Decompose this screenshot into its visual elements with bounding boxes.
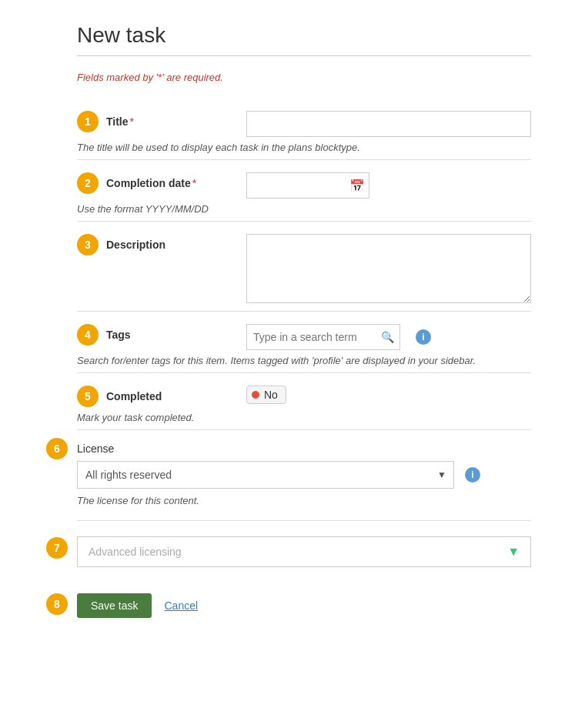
- completion-date-hint: Use the format YYYY/MM/DD: [77, 203, 531, 215]
- completed-hint: Mark your task completed.: [77, 412, 531, 423]
- tags-input[interactable]: [246, 324, 400, 350]
- advanced-licensing-toggle[interactable]: Advanced licensing ▼: [77, 536, 531, 567]
- advanced-licensing-section: 7 Advanced licensing ▼: [77, 521, 531, 575]
- step-badge-3: 3: [77, 234, 99, 255]
- title-label: Title: [106, 115, 129, 128]
- completion-date-required-star: *: [192, 177, 196, 189]
- completed-field-row: 5 Completed No: [77, 373, 531, 412]
- completed-label: Completed: [106, 390, 162, 402]
- tags-hint: Search for/enter tags for this item. Ite…: [77, 355, 531, 366]
- license-select-wrapper: All rights reserved Creative Commons Att…: [77, 461, 454, 489]
- page-title: New task: [77, 23, 531, 48]
- license-info-icon[interactable]: i: [465, 467, 480, 483]
- completed-toggle[interactable]: No: [246, 386, 286, 404]
- cancel-button[interactable]: Cancel: [164, 599, 198, 612]
- buttons-row: 8 Save task Cancel: [77, 590, 531, 618]
- title-required-star: *: [130, 115, 134, 128]
- completed-value: No: [264, 389, 278, 401]
- required-note: Fields marked by '*' are required.: [77, 72, 531, 83]
- license-section: 6 License All rights reserved Creative C…: [77, 430, 531, 517]
- step-badge-4: 4: [77, 324, 99, 346]
- step-badge-8: 8: [46, 593, 68, 615]
- license-label: License: [77, 442, 114, 455]
- advanced-chevron-icon: ▼: [507, 545, 520, 559]
- license-hint: The license for this content.: [77, 495, 531, 506]
- description-field-row: 3 Description: [77, 222, 531, 308]
- tags-label: Tags: [106, 329, 131, 341]
- search-icon: 🔍: [381, 331, 394, 343]
- step-badge-6: 6: [46, 438, 68, 459]
- step-badge-5: 5: [77, 386, 99, 407]
- completion-date-input[interactable]: [246, 172, 369, 199]
- description-textarea[interactable]: [246, 234, 531, 303]
- license-select[interactable]: All rights reserved Creative Commons Att…: [77, 461, 454, 489]
- tags-input-wrapper: 🔍: [246, 324, 400, 350]
- description-label: Description: [106, 239, 165, 251]
- date-input-wrapper: 📅: [246, 172, 369, 199]
- step-badge-7: 7: [46, 537, 68, 559]
- completed-dot: [252, 391, 259, 399]
- completion-date-field-row: 2 Completion date * 📅: [77, 160, 531, 203]
- tags-field-row: 4 Tags 🔍 i: [77, 312, 531, 355]
- tags-info-icon[interactable]: i: [416, 329, 431, 345]
- save-task-button[interactable]: Save task: [77, 593, 152, 618]
- completion-date-label: Completion date: [106, 177, 191, 189]
- advanced-licensing-label: Advanced licensing: [89, 546, 507, 558]
- title-field-row: 1 Title *: [77, 99, 531, 142]
- step-badge-2: 2: [77, 172, 99, 194]
- title-hint: The title will be used to display each t…: [77, 142, 531, 153]
- title-input[interactable]: [246, 111, 531, 137]
- step-badge-1: 1: [77, 111, 99, 132]
